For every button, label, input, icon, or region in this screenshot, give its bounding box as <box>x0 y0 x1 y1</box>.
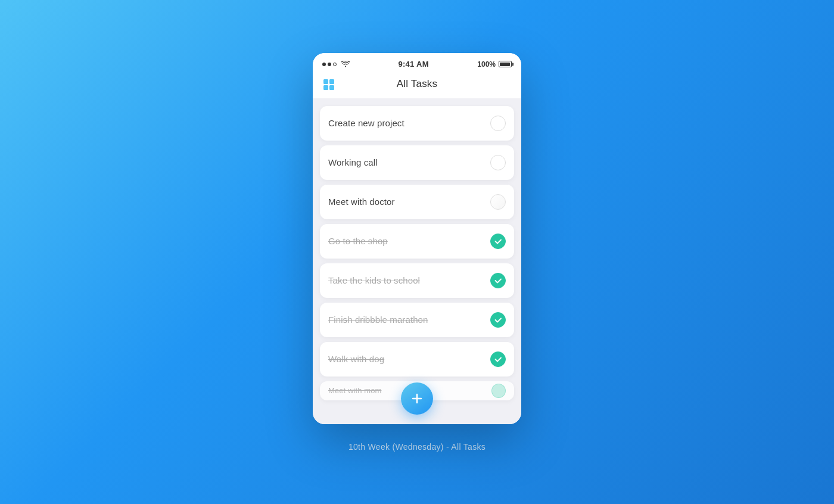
task-toggle-2[interactable] <box>490 155 506 170</box>
wifi-icon <box>341 59 350 70</box>
dot-3 <box>333 63 337 66</box>
task-item-6[interactable]: Finish dribbble marathon <box>320 303 514 337</box>
dot-2 <box>328 63 331 66</box>
app-header: All Tasks <box>313 73 521 99</box>
status-right: 100% <box>477 60 512 69</box>
grid-icon[interactable] <box>322 78 335 94</box>
task-label-3: Meet with doctor <box>328 197 395 207</box>
task-label-2: Working call <box>328 157 378 167</box>
task-label-8: Meet with mom <box>328 386 381 395</box>
status-time: 9:41 AM <box>398 60 428 69</box>
task-label-7: Walk with dog <box>328 354 384 364</box>
svg-rect-1 <box>329 79 334 84</box>
task-item-1[interactable]: Create new project <box>320 106 514 141</box>
plus-icon <box>410 391 424 406</box>
task-item-3[interactable]: Meet with doctor <box>320 185 514 219</box>
battery-icon <box>499 61 512 67</box>
page-title: All Tasks <box>397 78 438 90</box>
task-item-7[interactable]: Walk with dog <box>320 342 514 377</box>
svg-rect-0 <box>323 79 328 84</box>
task-toggle-7[interactable] <box>490 351 506 367</box>
task-toggle-1[interactable] <box>490 116 506 131</box>
task-toggle-6[interactable] <box>490 312 506 328</box>
svg-rect-3 <box>329 85 334 90</box>
battery-percent: 100% <box>477 60 496 69</box>
task-list: Create new project Working call Meet wit… <box>313 99 521 377</box>
dot-1 <box>322 63 326 66</box>
task-label-6: Finish dribbble marathon <box>328 315 428 325</box>
task-label-4: Go to the shop <box>328 236 388 246</box>
caption: 10th Week (Wednesday) - All Tasks <box>348 442 486 452</box>
task-item-4[interactable]: Go to the shop <box>320 224 514 259</box>
svg-rect-2 <box>323 85 328 90</box>
task-item-5[interactable]: Take the kids to school <box>320 263 514 298</box>
task-toggle-3[interactable] <box>490 194 506 210</box>
task-toggle-4[interactable] <box>490 234 506 249</box>
add-task-button[interactable] <box>401 382 433 415</box>
task-label-1: Create new project <box>328 118 404 128</box>
status-left <box>322 59 350 70</box>
signal-dots <box>322 63 337 66</box>
task-item-2[interactable]: Working call <box>320 145 514 180</box>
task-toggle-8[interactable] <box>491 384 506 398</box>
phone-frame: 9:41 AM 100% All Tasks Create new projec… <box>313 53 521 424</box>
task-label-5: Take the kids to school <box>328 275 420 285</box>
battery-fill <box>500 63 510 66</box>
task-toggle-5[interactable] <box>490 273 506 288</box>
status-bar: 9:41 AM 100% <box>313 53 521 73</box>
